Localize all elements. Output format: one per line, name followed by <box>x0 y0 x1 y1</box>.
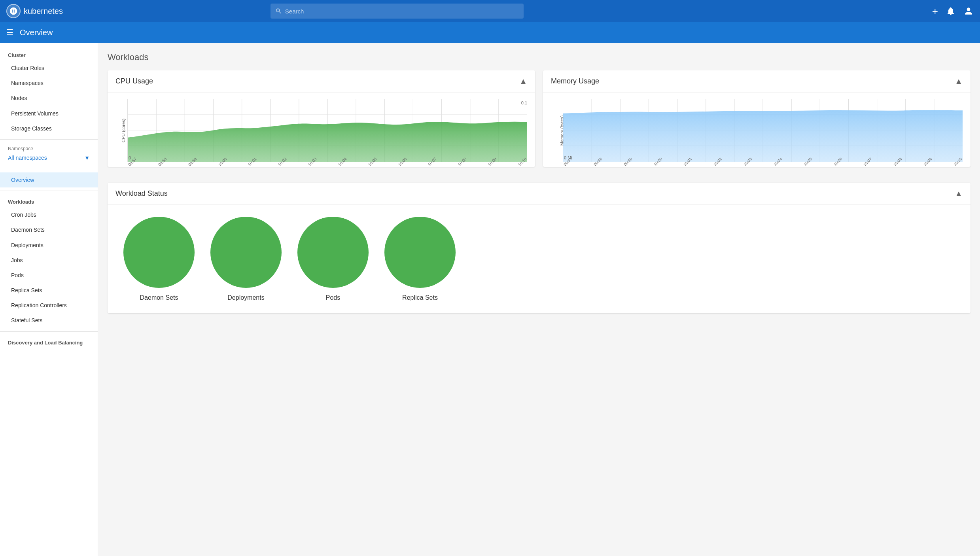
pods-label: Pods <box>326 294 340 301</box>
sidebar-item-persistent-volumes[interactable]: Persistent Volumes <box>0 106 98 121</box>
notifications-button[interactable] <box>946 6 955 16</box>
cpu-chart-inner: 0.1 0 <box>127 99 527 162</box>
main-content: Workloads CPU Usage ▲ CPU (cores) 0.1 0 <box>98 43 980 556</box>
cluster-section-title: Cluster <box>0 47 98 61</box>
sidebar-divider-4 <box>0 331 98 332</box>
workload-status-header: Workload Status ▲ <box>108 183 971 205</box>
sidebar-divider-1 <box>0 139 98 140</box>
sidebar-item-cluster-roles[interactable]: Cluster Roles <box>0 61 98 76</box>
top-nav: kubernetes + <box>0 0 980 22</box>
search-input[interactable] <box>285 8 519 15</box>
search-bar[interactable] <box>271 4 524 19</box>
pods-circle <box>297 217 369 288</box>
cpu-collapse-button[interactable]: ▲ <box>519 77 527 86</box>
memory-card-header: Memory Usage ▲ <box>543 70 971 93</box>
chevron-down-icon: ▼ <box>84 155 90 161</box>
replica-sets-label: Replica Sets <box>402 294 438 301</box>
nav-icons: + <box>932 5 974 17</box>
deployments-circle <box>210 217 282 288</box>
sidebar-item-overview[interactable]: Overview <box>0 172 98 187</box>
memory-chart-area: Memory (bytes) 0 Mi <box>551 99 963 162</box>
memory-x-labels: 09:57 09:58 09:59 10:00 10:01 10:02 10:0… <box>563 164 963 168</box>
cpu-usage-card: CPU Usage ▲ CPU (cores) 0.1 0 <box>108 70 535 167</box>
sidebar-item-jobs[interactable]: Jobs <box>0 253 98 268</box>
cpu-card-header: CPU Usage ▲ <box>108 70 535 93</box>
memory-chart-container: Memory (bytes) 0 Mi <box>543 93 971 167</box>
sidebar-item-storage-classes[interactable]: Storage Classes <box>0 121 98 136</box>
sub-header-title: Overview <box>20 28 53 37</box>
cpu-chart-svg <box>128 99 527 162</box>
namespace-section: Namespace All namespaces ▼ <box>0 143 98 166</box>
daemon-sets-circle <box>123 217 195 288</box>
cpu-y-bottom: 0 <box>129 155 131 160</box>
sidebar-item-nodes[interactable]: Nodes <box>0 91 98 106</box>
sub-header: ☰ Overview <box>0 22 980 43</box>
sidebar-item-replica-sets[interactable]: Replica Sets <box>0 283 98 298</box>
cpu-y-top: 0.1 <box>521 100 527 105</box>
namespace-label: Namespace <box>8 146 90 151</box>
charts-row: CPU Usage ▲ CPU (cores) 0.1 0 <box>108 70 971 175</box>
workload-status-title: Workload Status <box>115 189 168 198</box>
memory-collapse-button[interactable]: ▲ <box>955 77 963 86</box>
deployments-label: Deployments <box>227 294 264 301</box>
memory-card-title: Memory Usage <box>551 77 599 85</box>
logo: kubernetes <box>6 4 63 18</box>
sidebar-item-cron-jobs[interactable]: Cron Jobs <box>0 207 98 222</box>
account-icon <box>963 6 974 16</box>
sidebar-item-daemon-sets[interactable]: Daemon Sets <box>0 222 98 237</box>
bell-icon <box>946 6 955 16</box>
sidebar-item-namespaces[interactable]: Namespaces <box>0 76 98 91</box>
namespace-value: All namespaces <box>8 155 47 161</box>
namespace-select[interactable]: All namespaces ▼ <box>8 153 90 163</box>
search-icon <box>275 8 282 15</box>
app-name: kubernetes <box>24 7 63 16</box>
memory-chart-svg <box>563 99 963 162</box>
cpu-x-labels: 09:57 09:58 09:59 10:00 10:01 10:02 10:0… <box>127 164 527 168</box>
replica-sets-circle <box>384 217 456 288</box>
workloads-section-title: Workloads <box>0 194 98 207</box>
sidebar-divider-2 <box>0 169 98 169</box>
workload-item-pods: Pods <box>297 217 369 301</box>
account-button[interactable] <box>963 6 974 16</box>
workload-item-deployments: Deployments <box>210 217 282 301</box>
workload-status-card: Workload Status ▲ Daemon Sets Deployment… <box>108 183 971 313</box>
hamburger-button[interactable]: ☰ <box>6 28 13 37</box>
sidebar-item-replication-controllers[interactable]: Replication Controllers <box>0 298 98 313</box>
sidebar-divider-3 <box>0 191 98 191</box>
add-button[interactable]: + <box>932 5 938 17</box>
workload-status-collapse-button[interactable]: ▲ <box>955 189 963 198</box>
cpu-y-label: CPU (cores) <box>121 119 126 143</box>
discovery-section-title: Discovery and Load Balancing <box>0 335 98 348</box>
sidebar-item-deployments[interactable]: Deployments <box>0 238 98 253</box>
memory-usage-card: Memory Usage ▲ Memory (bytes) 0 Mi <box>543 70 971 167</box>
workload-item-replica-sets: Replica Sets <box>384 217 456 301</box>
page-title: Workloads <box>108 52 971 62</box>
memory-chart-inner: 0 Mi <box>563 99 963 162</box>
logo-svg <box>9 7 18 15</box>
cpu-chart-container: CPU (cores) 0.1 0 <box>108 93 535 167</box>
workload-status-grid: Daemon Sets Deployments Pods Replica Set… <box>108 205 971 313</box>
cpu-card-title: CPU Usage <box>115 77 153 85</box>
kubernetes-logo-icon <box>6 4 21 18</box>
sidebar-item-pods[interactable]: Pods <box>0 268 98 283</box>
daemon-sets-label: Daemon Sets <box>140 294 178 301</box>
sidebar: Cluster Cluster Roles Namespaces Nodes P… <box>0 43 98 556</box>
cpu-chart-area: CPU (cores) 0.1 0 <box>115 99 527 162</box>
sidebar-item-stateful-sets[interactable]: Stateful Sets <box>0 313 98 328</box>
workload-item-daemon-sets: Daemon Sets <box>123 217 195 301</box>
